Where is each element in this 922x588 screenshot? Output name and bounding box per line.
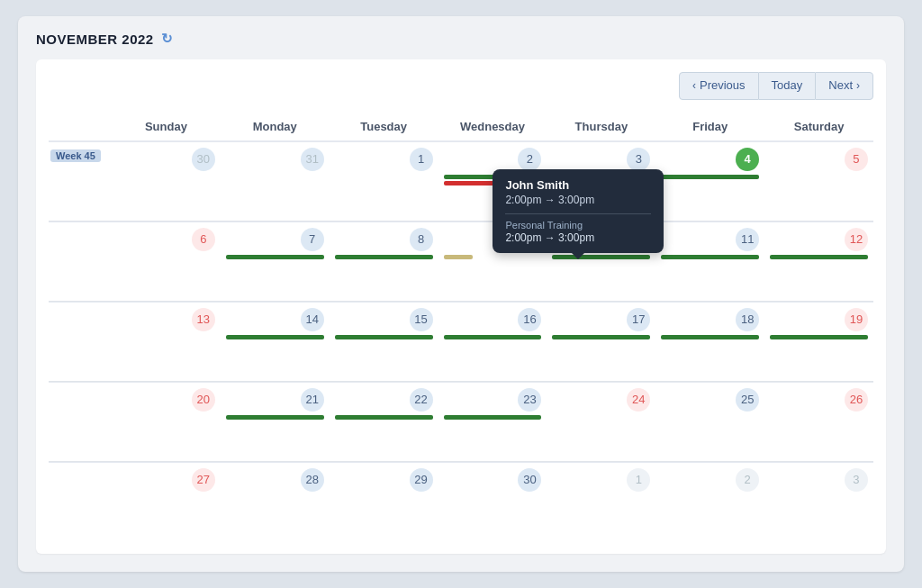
day-header-saturday: Saturday: [764, 114, 873, 140]
day-nov-20[interactable]: 20: [112, 382, 221, 461]
green-bar: [444, 415, 542, 420]
day-number: 21: [301, 388, 324, 412]
day-header-tuesday: Tuesday: [330, 114, 438, 140]
week-label-header: [49, 114, 112, 140]
calendar-grid: Week 45 30 31 1 2: [49, 141, 873, 541]
day-nov-29[interactable]: 29: [330, 462, 438, 541]
next-button[interactable]: Next ›: [815, 72, 873, 99]
green-bar: [226, 335, 324, 339]
day-nov-12[interactable]: 12: [764, 222, 873, 301]
day-nov-5[interactable]: 5: [764, 141, 873, 221]
day-nov-8[interactable]: 8: [330, 222, 438, 301]
week-45-label: Week 45: [49, 141, 112, 221]
day-nov-9[interactable]: 9: [438, 222, 547, 301]
red-bar: [444, 181, 542, 185]
day-number: 14: [301, 308, 324, 331]
page-title: NOVEMBER 2022 ↻: [36, 31, 173, 47]
green-bar: [226, 255, 324, 259]
day-nov-30[interactable]: 30: [438, 462, 547, 541]
day-nov-21[interactable]: 21: [221, 382, 330, 461]
day-dec-3[interactable]: 3: [764, 462, 873, 541]
day-nov-14[interactable]: 14: [221, 302, 330, 381]
day-number: 13: [192, 308, 215, 331]
day-nov-6[interactable]: 6: [112, 222, 221, 301]
green-bar: [444, 335, 542, 339]
day-nov-24[interactable]: 24: [547, 382, 655, 461]
day-number: 1: [627, 468, 650, 492]
day-nov-27[interactable]: 27: [112, 462, 221, 541]
day-number: 10: [627, 228, 650, 251]
day-nov-16[interactable]: 16: [438, 302, 547, 381]
day-header-monday: Monday: [221, 114, 330, 140]
day-nov-19[interactable]: 19: [764, 302, 873, 381]
day-number: 3: [845, 468, 868, 492]
day-number: 2: [518, 148, 541, 171]
day-nov-28[interactable]: 28: [221, 462, 330, 541]
green-bar: [661, 335, 759, 339]
day-nov-10[interactable]: 10: [547, 222, 655, 301]
day-nov-11[interactable]: 11: [655, 222, 764, 301]
green-bar: [552, 335, 650, 339]
header-row: NOVEMBER 2022 ↻: [36, 31, 886, 47]
day-number: 30: [518, 468, 541, 492]
day-number: 5: [845, 148, 868, 171]
green-bar: [770, 335, 868, 339]
day-number: 2: [736, 468, 759, 492]
day-number: 18: [736, 308, 759, 331]
day-number: 6: [192, 228, 215, 251]
day-nov-15[interactable]: 15: [330, 302, 438, 381]
green-bar: [770, 255, 868, 259]
green-bar: [335, 255, 433, 259]
day-nov-2[interactable]: 2: [438, 141, 547, 221]
day-nov-13[interactable]: 13: [112, 302, 221, 381]
week-4-label: [49, 382, 112, 461]
today-button[interactable]: Today: [759, 72, 816, 99]
day-number: 30: [192, 148, 215, 171]
week-2-label: [49, 222, 112, 301]
day-number: 31: [301, 148, 324, 171]
day-header-wednesday: Wednesday: [438, 114, 547, 140]
chevron-left-icon: ‹: [692, 78, 696, 94]
day-number: 26: [845, 388, 868, 412]
day-number: 11: [736, 228, 759, 251]
next-label: Next: [828, 77, 853, 94]
day-number: 25: [736, 388, 759, 412]
day-nov-7[interactable]: 7: [221, 222, 330, 301]
day-nov-1[interactable]: 1: [330, 141, 438, 221]
day-number: 16: [518, 308, 541, 331]
day-number: 29: [410, 468, 433, 492]
day-nov-22[interactable]: 22: [330, 382, 438, 461]
day-number: 8: [410, 228, 433, 251]
week-3-label: [49, 302, 112, 381]
day-number: 19: [845, 308, 868, 331]
day-number: 9: [518, 228, 541, 251]
main-calendar: ‹ Previous Today Next › Sunday Monday Tu…: [36, 59, 886, 553]
today-number: 4: [736, 148, 759, 171]
day-nov-23[interactable]: 23: [438, 382, 547, 461]
day-nov-4[interactable]: 4: [655, 141, 764, 221]
day-number: 28: [301, 468, 324, 492]
day-number: 15: [410, 308, 433, 331]
day-nov-3[interactable]: 3 John Smith 2:00pm → 3:00pm Personal Tr…: [547, 141, 655, 221]
days-header: Sunday Monday Tuesday Wednesday Thursday…: [49, 114, 873, 141]
refresh-icon[interactable]: ↻: [161, 31, 174, 47]
day-nov-25[interactable]: 25: [655, 382, 764, 461]
day-number: 17: [627, 308, 650, 331]
green-bar: [226, 415, 324, 420]
day-header-sunday: Sunday: [112, 114, 221, 140]
green-bar: [552, 255, 650, 259]
day-number: 24: [627, 388, 650, 412]
green-bar: [335, 335, 433, 339]
green-bar: [661, 175, 759, 179]
day-dec-2[interactable]: 2: [655, 462, 764, 541]
day-dec-1[interactable]: 1: [547, 462, 655, 541]
day-nov-17[interactable]: 17: [547, 302, 655, 381]
week-5-label: [49, 462, 112, 541]
previous-button[interactable]: ‹ Previous: [679, 72, 759, 99]
day-nov-18[interactable]: 18: [655, 302, 764, 381]
day-number: 3: [627, 148, 650, 171]
day-number: 20: [192, 388, 215, 412]
day-oct-31[interactable]: 31: [221, 141, 330, 221]
day-nov-26[interactable]: 26: [764, 382, 873, 461]
day-oct-30[interactable]: 30: [112, 141, 221, 221]
